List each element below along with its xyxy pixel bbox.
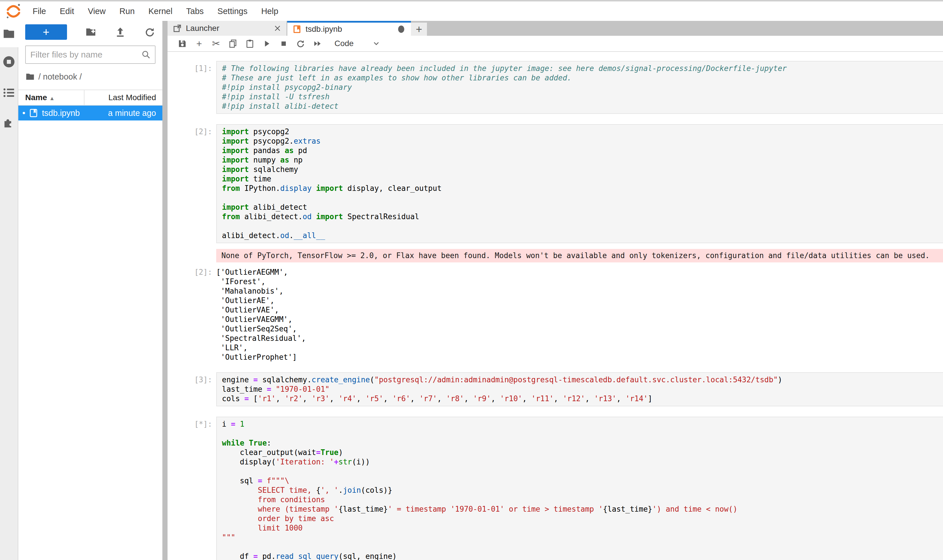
- close-icon[interactable]: [273, 24, 281, 32]
- cell-type-dropdown[interactable]: Code: [335, 39, 353, 48]
- output-text: ['OutlierAEGMM', 'IForest', 'Mahalanobis…: [216, 265, 943, 362]
- file-filter-box: [25, 46, 156, 64]
- code-line: #!pip install psycopg2-binary: [222, 83, 943, 92]
- file-browser-panel: +: [19, 21, 162, 560]
- file-modified: a minute ago: [108, 108, 162, 118]
- code-line: # The following libraries have already b…: [222, 64, 943, 73]
- menu-item-tabs[interactable]: Tabs: [179, 6, 210, 16]
- code-cell[interactable]: [2]:import psycopg2import psycopg2.extra…: [168, 124, 943, 362]
- output-line: 'OutlierAE',: [216, 296, 943, 305]
- breadcrumb[interactable]: / notebook /: [25, 72, 156, 82]
- tab-launcher[interactable]: Launcher: [168, 21, 287, 36]
- paste-cells-button[interactable]: [241, 37, 258, 50]
- refresh-button[interactable]: [144, 26, 156, 38]
- interrupt-button[interactable]: [275, 37, 292, 50]
- refresh-icon: [144, 26, 156, 38]
- restart-run-all-button[interactable]: [309, 37, 326, 50]
- cell-editor[interactable]: engine = sqlalchemy.create_engine("postg…: [216, 372, 943, 406]
- main-split: +: [0, 21, 943, 560]
- code-line: from alibi_detect.od import SpectralResi…: [222, 212, 943, 222]
- panel-resize-handle[interactable]: [162, 21, 168, 560]
- save-icon: [177, 39, 187, 48]
- file-filter-input[interactable]: [30, 49, 141, 60]
- code-line: last_time = "1970-01-01": [222, 385, 943, 394]
- sidebar-tab-toc[interactable]: [2, 86, 15, 99]
- code-line: [222, 193, 943, 203]
- code-line: #!pip install -U tsfresh: [222, 92, 943, 102]
- output-line: 'SpectralResidual',: [216, 334, 943, 343]
- menu-item-file[interactable]: File: [26, 6, 53, 16]
- code-line: where (timestamp '{last_time}' = timesta…: [222, 505, 943, 514]
- menu-bar: FileEditViewRunKernelTabsSettingsHelp: [0, 2, 943, 21]
- menu-items: FileEditViewRunKernelTabsSettingsHelp: [26, 6, 285, 16]
- restart-button[interactable]: [292, 37, 309, 50]
- code-line: """: [222, 533, 943, 542]
- file-browser-toolbar: +: [19, 24, 162, 40]
- play-icon: [262, 39, 272, 48]
- notebook-icon: [292, 25, 301, 34]
- cell-editor[interactable]: i = 1 while True: clear_output(wait=True…: [216, 417, 943, 560]
- upload-button[interactable]: [114, 26, 126, 38]
- puzzle-piece-icon: [2, 116, 15, 129]
- file-list-header: Name▲ Last Modified: [19, 89, 162, 106]
- save-button[interactable]: [174, 37, 191, 50]
- code-cell[interactable]: [*]:i = 1 while True: clear_output(wait=…: [168, 417, 943, 560]
- menu-item-view[interactable]: View: [81, 6, 113, 16]
- menu-item-edit[interactable]: Edit: [53, 6, 81, 16]
- cell-editor[interactable]: import psycopg2import psycopg2.extrasimp…: [216, 124, 943, 243]
- column-divider: [84, 90, 85, 105]
- column-header-modified[interactable]: Last Modified: [76, 93, 162, 102]
- code-line: import sqlalchemy: [222, 165, 943, 174]
- add-cell-button[interactable]: +: [191, 37, 208, 50]
- new-launcher-button[interactable]: +: [25, 24, 67, 40]
- cell-editor[interactable]: # The following libraries have already b…: [216, 61, 943, 114]
- sidebar-tab-extensions[interactable]: [2, 116, 15, 129]
- tab-label: Launcher: [186, 24, 219, 33]
- sort-ascending-icon: ▲: [49, 95, 55, 101]
- tab-label: tsdb.ipynb: [306, 25, 342, 34]
- chevron-down-icon[interactable]: [372, 39, 381, 48]
- file-name: tsdb.ipynb: [42, 108, 80, 118]
- breadcrumb-path: / notebook /: [39, 72, 82, 82]
- menu-item-help[interactable]: Help: [254, 6, 285, 16]
- file-row-selected[interactable]: • tsdb.ipynb a minute ago: [19, 106, 162, 120]
- code-line: i = 1: [222, 420, 943, 429]
- cut-cells-button[interactable]: ✂: [208, 37, 224, 50]
- tab-notebook[interactable]: tsdb.ipynb: [287, 21, 411, 36]
- sidebar-tab-filebrowser[interactable]: [2, 27, 15, 40]
- run-button[interactable]: [258, 37, 275, 50]
- output-line: 'OutlierVAE',: [216, 305, 943, 315]
- sidebar-tab-running[interactable]: [2, 55, 15, 68]
- notebook-panel[interactable]: [1]:# The following libraries have alrea…: [168, 52, 943, 560]
- cell-input-area: [3]:engine = sqlalchemy.create_engine("p…: [168, 372, 943, 406]
- code-line: [222, 467, 943, 476]
- stderr-output: None of PyTorch, TensorFlow >= 2.0, or F…: [216, 249, 943, 262]
- tab-bar: Launcher tsdb.ipynb +: [168, 21, 943, 36]
- menu-item-kernel[interactable]: Kernel: [142, 6, 179, 16]
- code-line: [222, 429, 943, 438]
- notebook-toolbar: + ✂: [168, 36, 943, 52]
- code-line: engine = sqlalchemy.create_engine("postg…: [222, 375, 943, 385]
- code-cell[interactable]: [1]:# The following libraries have alrea…: [168, 61, 943, 114]
- launcher-icon: [173, 24, 182, 33]
- code-line: import alibi_detect: [222, 203, 943, 212]
- menu-item-settings[interactable]: Settings: [210, 6, 254, 16]
- code-line: SELECT time, {', '.join(cols)}: [222, 486, 943, 495]
- dirty-indicator[interactable]: [397, 25, 406, 34]
- new-tab-button[interactable]: +: [411, 23, 427, 36]
- code-line: [222, 222, 943, 231]
- copy-cells-button[interactable]: [224, 37, 241, 50]
- column-header-name[interactable]: Name▲: [19, 93, 76, 102]
- cell-input-area: [2]:import psycopg2import psycopg2.extra…: [168, 124, 943, 243]
- restart-icon: [296, 39, 305, 48]
- left-sidebar-strip: [0, 21, 19, 560]
- code-line: import numpy as np: [222, 155, 943, 165]
- new-folder-button[interactable]: [85, 26, 97, 38]
- output-line: ['OutlierAEGMM',: [216, 268, 943, 277]
- running-kernels-icon: [2, 55, 15, 68]
- table-of-contents-icon: [2, 86, 15, 99]
- code-cell[interactable]: [3]:engine = sqlalchemy.create_engine("p…: [168, 372, 943, 406]
- code-line: from IPython.display import display, cle…: [222, 184, 943, 193]
- code-line: cols = ['r1', 'r2', 'r3', 'r4', 'r5', 'r…: [222, 394, 943, 403]
- menu-item-run[interactable]: Run: [113, 6, 142, 16]
